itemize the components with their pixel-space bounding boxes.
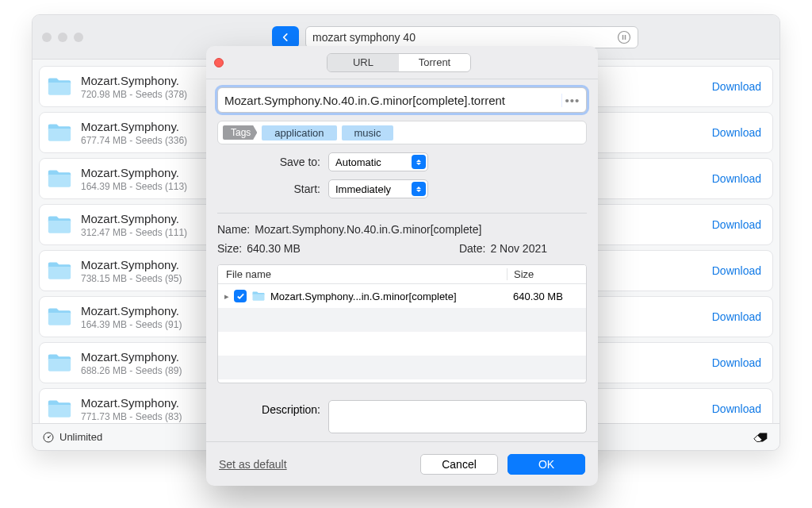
save-to-select[interactable]: Automatic [328, 152, 428, 171]
eraser-icon[interactable] [753, 431, 770, 444]
gauge-icon [42, 431, 55, 444]
tags-label: Tags [223, 125, 257, 140]
folder-icon [46, 211, 73, 238]
speed-label: Unlimited [59, 431, 102, 443]
folder-icon [46, 349, 73, 376]
save-to-label: Save to: [217, 156, 328, 168]
download-button[interactable]: Download [712, 356, 761, 369]
chevron-updown-icon [412, 155, 426, 169]
date-value: 2 Nov 2021 [490, 242, 547, 255]
svg-point-0 [619, 31, 630, 43]
close-icon[interactable] [42, 33, 52, 42]
file-size: 640.30 MB [507, 291, 586, 302]
pause-icon[interactable] [617, 30, 631, 44]
table-row [218, 332, 586, 356]
file-contents-table: File name Size ▸ Mozart.Symphony...in.G.… [217, 264, 587, 383]
sheet-header: URL Torrent [206, 46, 598, 79]
start-value: Immediately [335, 183, 391, 195]
file-include-checkbox[interactable] [234, 290, 247, 302]
folder-icon [46, 119, 73, 146]
download-button[interactable]: Download [712, 126, 761, 139]
download-button[interactable]: Download [712, 310, 761, 323]
back-button[interactable] [272, 26, 299, 48]
folder-icon [46, 73, 73, 100]
minimize-icon[interactable] [58, 33, 67, 42]
svg-rect-2 [625, 35, 626, 40]
date-label: Date: [459, 242, 485, 255]
size-label: Size: [217, 242, 242, 255]
source-tabs: URL Torrent [327, 53, 471, 72]
size-value: 640.30 MB [247, 242, 301, 255]
col-size[interactable]: Size [507, 268, 586, 280]
cancel-button[interactable]: Cancel [420, 454, 498, 475]
folder-icon [46, 303, 73, 330]
tag-chip[interactable]: music [342, 125, 394, 140]
download-button[interactable]: Download [712, 264, 761, 277]
svg-point-4 [48, 437, 49, 438]
tab-url[interactable]: URL [327, 54, 399, 71]
browse-icon[interactable]: ••• [562, 94, 583, 107]
table-row[interactable]: ▸ Mozart.Symphony...in.G.minor[complete]… [218, 284, 586, 308]
search-query: mozart symphony 40 [312, 31, 617, 44]
zoom-icon[interactable] [74, 33, 83, 42]
table-row [218, 356, 586, 379]
window-controls [42, 33, 83, 42]
description-field[interactable] [328, 400, 587, 433]
save-to-value: Automatic [335, 156, 381, 168]
torrent-file-field[interactable]: Mozart.Symphony.No.40.in.G.minor[complet… [217, 87, 587, 113]
description-label: Description: [217, 400, 328, 416]
file-name: Mozart.Symphony...in.G.minor[complete] [270, 291, 457, 302]
download-button[interactable]: Download [712, 80, 761, 93]
tags-field[interactable]: Tags application music [217, 121, 587, 144]
search-input[interactable]: mozart symphony 40 [305, 26, 638, 48]
start-select[interactable]: Immediately [328, 179, 428, 198]
col-filename[interactable]: File name [218, 268, 507, 280]
torrent-filename: Mozart.Symphony.No.40.in.G.minor[complet… [224, 94, 562, 107]
add-download-sheet: URL Torrent Mozart.Symphony.No.40.in.G.m… [206, 46, 598, 486]
set-default-link[interactable]: Set as default [219, 458, 287, 471]
chevron-right-icon[interactable]: ▸ [224, 291, 229, 302]
folder-icon [46, 165, 73, 192]
name-label: Name: [217, 223, 250, 236]
download-button[interactable]: Download [712, 172, 761, 185]
folder-icon [251, 289, 266, 303]
sheet-footer: Set as default Cancel OK [206, 441, 598, 486]
chevron-left-icon [280, 32, 291, 43]
close-sheet-icon[interactable] [214, 58, 224, 67]
download-button[interactable]: Download [712, 402, 761, 415]
tab-torrent[interactable]: Torrent [399, 54, 470, 71]
download-button[interactable]: Download [712, 218, 761, 231]
tag-chip[interactable]: application [262, 125, 336, 140]
folder-icon [46, 395, 73, 422]
ok-button[interactable]: OK [508, 454, 585, 475]
chevron-updown-icon [412, 182, 426, 196]
start-label: Start: [217, 183, 328, 195]
folder-icon [46, 257, 73, 284]
table-row [218, 308, 586, 332]
name-value: Mozart.Symphony.No.40.in.G.minor[complet… [255, 223, 481, 236]
svg-rect-1 [622, 35, 624, 40]
